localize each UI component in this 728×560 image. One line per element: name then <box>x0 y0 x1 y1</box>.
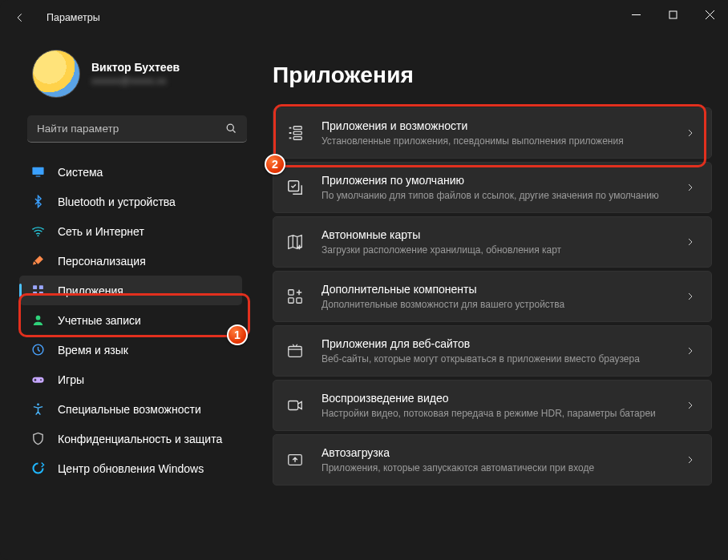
sidebar-item-label: Центр обновления Windows <box>58 462 234 475</box>
optional-features-icon <box>285 286 305 307</box>
sidebar-item-1[interactable]: Bluetooth и устройства <box>19 187 242 216</box>
chevron-right-icon <box>686 183 697 192</box>
sidebar-item-0[interactable]: Система <box>19 157 242 187</box>
sidebar-item-label: Конфиденциальность и защита <box>58 433 234 445</box>
sidebar-item-4[interactable]: Приложения <box>19 276 242 305</box>
settings-card-5[interactable]: Воспроизведение видеоНастройки видео, по… <box>273 380 712 431</box>
card-desc: Приложения, которые запускаются автомати… <box>322 461 669 474</box>
card-desc: Загрузки расположение хранилища, обновле… <box>322 244 669 256</box>
sidebar-item-label: Система <box>58 166 234 179</box>
sidebar-item-label: Игры <box>58 373 234 386</box>
settings-card-0[interactable]: Приложения и возможностиУстановленные пр… <box>273 107 712 159</box>
settings-card-6[interactable]: АвтозагрузкаПриложения, которые запускаю… <box>273 434 712 485</box>
sidebar-item-5[interactable]: Учетные записи <box>19 305 242 335</box>
card-title: Воспроизведение видео <box>322 391 669 405</box>
page-title: Приложения <box>273 62 712 88</box>
settings-card-4[interactable]: Приложения для веб-сайтовВеб-сайты, кото… <box>273 325 712 377</box>
annotation-badge-1: 1 <box>227 324 248 345</box>
card-title: Приложения и возможности <box>322 119 669 133</box>
profile[interactable]: Виктор Бухтеев xxxxxx@xxxxx.xx <box>14 43 244 109</box>
settings-card-1[interactable]: Приложения по умолчаниюПо умолчанию для … <box>273 162 712 213</box>
sidebar-item-8[interactable]: Специальные возможности <box>19 394 242 424</box>
sidebar-item-label: Bluetooth и устройства <box>58 195 234 208</box>
accessibility-icon <box>30 402 45 417</box>
card-title: Автозагрузка <box>322 445 669 460</box>
windows-update-icon <box>30 461 45 476</box>
chevron-right-icon <box>686 128 697 138</box>
paintbrush-icon <box>30 254 45 268</box>
search-input[interactable] <box>27 115 247 143</box>
card-title: Приложения для веб-сайтов <box>322 336 669 351</box>
sidebar-item-6[interactable]: Время и язык <box>19 335 242 365</box>
account-icon <box>30 313 45 328</box>
svg-line-5 <box>233 130 235 132</box>
sidebar-item-3[interactable]: Персонализация <box>19 246 242 276</box>
sidebar-item-label: Время и язык <box>58 344 234 357</box>
chevron-right-icon <box>686 401 697 410</box>
maps-icon <box>285 232 305 252</box>
close-button[interactable] <box>691 0 728 29</box>
search-icon <box>225 123 237 135</box>
back-button[interactable] <box>14 12 32 23</box>
time-language-icon <box>30 343 45 357</box>
titlebar: Параметры <box>0 0 728 35</box>
chevron-right-icon <box>686 346 697 356</box>
sidebar-item-7[interactable]: Игры <box>19 365 242 394</box>
profile-email: xxxxxx@xxxxx.xx <box>91 75 180 87</box>
sidebar-item-label: Персонализация <box>58 255 234 268</box>
sidebar-item-9[interactable]: Конфиденциальность и защита <box>19 424 242 453</box>
card-title: Приложения по умолчанию <box>322 173 669 187</box>
websites-icon <box>285 340 305 361</box>
sidebar-item-label: Приложения <box>58 284 234 297</box>
apps-features-icon <box>285 123 305 143</box>
card-title: Дополнительные компоненты <box>322 282 669 296</box>
card-desc: Настройки видео, потоковая передача в ре… <box>322 407 669 420</box>
video-icon <box>285 395 305 416</box>
sidebar-item-10[interactable]: Центр обновления Windows <box>19 453 242 483</box>
wifi-icon <box>30 224 45 239</box>
chevron-right-icon <box>686 292 697 301</box>
sidebar-item-2[interactable]: Сеть и Интернет <box>19 216 242 246</box>
card-desc: Установленные приложения, псевдонимы вып… <box>322 135 669 147</box>
gaming-icon <box>30 373 45 387</box>
svg-rect-1 <box>669 11 677 18</box>
system-icon <box>30 165 45 179</box>
privacy-icon <box>30 432 45 446</box>
sidebar-item-label: Специальные возможности <box>58 403 234 416</box>
bluetooth-icon <box>30 195 45 209</box>
svg-point-4 <box>227 124 233 131</box>
profile-name: Виктор Бухтеев <box>91 61 180 74</box>
chevron-right-icon <box>686 237 697 247</box>
sidebar-item-label: Учетные записи <box>58 314 234 327</box>
avatar <box>32 50 80 98</box>
default-apps-icon <box>285 177 305 198</box>
apps-icon <box>30 284 45 298</box>
settings-card-3[interactable]: Дополнительные компонентыДополнительные … <box>273 271 712 322</box>
maximize-button[interactable] <box>654 0 691 29</box>
window-title: Параметры <box>47 12 100 23</box>
minimize-button[interactable] <box>617 0 654 29</box>
card-desc: Веб-сайты, которые могут открываться в п… <box>322 353 669 365</box>
settings-card-2[interactable]: Автономные картыЗагрузки расположение хр… <box>273 216 712 268</box>
chevron-right-icon <box>686 455 697 465</box>
card-title: Автономные карты <box>322 228 669 242</box>
sidebar-item-label: Сеть и Интернет <box>58 225 234 238</box>
card-desc: По умолчанию для типов файлов и ссылок, … <box>322 189 669 202</box>
annotation-badge-2: 2 <box>265 154 285 175</box>
startup-icon <box>285 449 305 470</box>
card-desc: Дополнительные возможности для вашего ус… <box>322 298 669 311</box>
